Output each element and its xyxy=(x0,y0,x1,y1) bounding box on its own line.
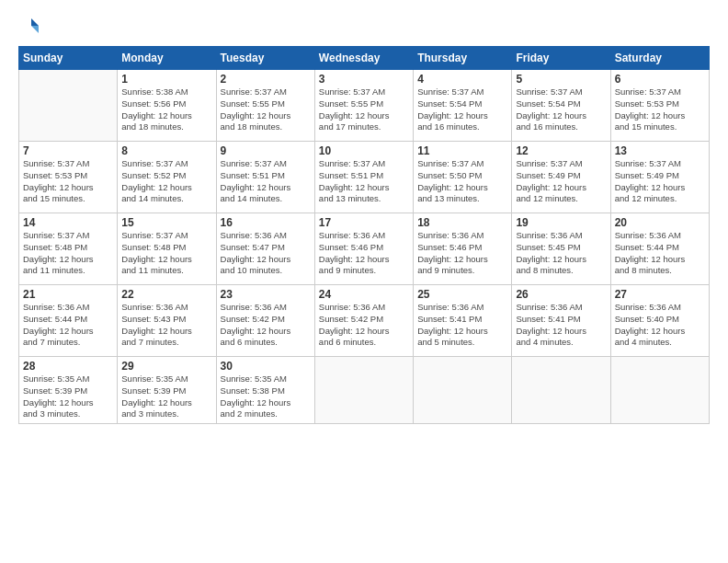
day-info: Sunrise: 5:37 AM Sunset: 5:49 PM Dayligh… xyxy=(615,158,705,205)
day-number: 20 xyxy=(615,216,705,229)
day-number: 11 xyxy=(417,144,507,157)
day-info: Sunrise: 5:37 AM Sunset: 5:54 PM Dayligh… xyxy=(417,86,507,133)
calendar-cell: 24Sunrise: 5:36 AM Sunset: 5:42 PM Dayli… xyxy=(314,285,413,357)
day-info: Sunrise: 5:37 AM Sunset: 5:55 PM Dayligh… xyxy=(221,86,311,133)
day-number: 18 xyxy=(417,216,507,229)
day-number: 10 xyxy=(319,144,409,157)
day-number: 7 xyxy=(23,144,113,157)
calendar-cell: 13Sunrise: 5:37 AM Sunset: 5:49 PM Dayli… xyxy=(610,142,709,213)
calendar-cell xyxy=(610,357,709,424)
day-number: 13 xyxy=(615,144,705,157)
calendar-cell: 17Sunrise: 5:36 AM Sunset: 5:46 PM Dayli… xyxy=(314,213,413,285)
day-info: Sunrise: 5:37 AM Sunset: 5:49 PM Dayligh… xyxy=(516,158,606,205)
day-number: 26 xyxy=(516,288,606,301)
weekday-header-friday: Friday xyxy=(512,47,610,70)
day-info: Sunrise: 5:36 AM Sunset: 5:40 PM Dayligh… xyxy=(615,302,705,349)
header xyxy=(18,15,710,37)
day-number: 4 xyxy=(417,73,507,86)
day-info: Sunrise: 5:36 AM Sunset: 5:44 PM Dayligh… xyxy=(23,302,113,349)
calendar-cell: 7Sunrise: 5:37 AM Sunset: 5:53 PM Daylig… xyxy=(19,142,118,213)
calendar-cell: 29Sunrise: 5:35 AM Sunset: 5:39 PM Dayli… xyxy=(118,357,216,424)
day-number: 24 xyxy=(319,288,409,301)
calendar-cell: 30Sunrise: 5:35 AM Sunset: 5:38 PM Dayli… xyxy=(216,357,314,424)
svg-marker-1 xyxy=(31,26,39,33)
calendar-cell: 18Sunrise: 5:36 AM Sunset: 5:46 PM Dayli… xyxy=(414,213,512,285)
weekday-header-row: SundayMondayTuesdayWednesdayThursdayFrid… xyxy=(19,47,710,70)
day-number: 6 xyxy=(615,73,705,86)
day-number: 8 xyxy=(121,144,211,157)
day-info: Sunrise: 5:36 AM Sunset: 5:45 PM Dayligh… xyxy=(516,230,606,277)
calendar-cell: 10Sunrise: 5:37 AM Sunset: 5:51 PM Dayli… xyxy=(314,142,413,213)
weekday-header-thursday: Thursday xyxy=(414,47,512,70)
day-info: Sunrise: 5:37 AM Sunset: 5:50 PM Dayligh… xyxy=(417,158,507,205)
logo xyxy=(18,15,42,37)
day-number: 9 xyxy=(221,144,311,157)
day-number: 1 xyxy=(121,73,211,86)
calendar-cell xyxy=(512,357,610,424)
day-info: Sunrise: 5:36 AM Sunset: 5:41 PM Dayligh… xyxy=(417,302,507,349)
day-info: Sunrise: 5:37 AM Sunset: 5:54 PM Dayligh… xyxy=(516,86,606,133)
day-info: Sunrise: 5:35 AM Sunset: 5:38 PM Dayligh… xyxy=(221,373,311,420)
day-number: 30 xyxy=(221,360,311,373)
calendar-cell: 6Sunrise: 5:37 AM Sunset: 5:53 PM Daylig… xyxy=(610,70,709,142)
svg-marker-0 xyxy=(31,18,39,26)
calendar-week-row: 14Sunrise: 5:37 AM Sunset: 5:48 PM Dayli… xyxy=(19,213,710,285)
day-number: 2 xyxy=(221,73,311,86)
day-number: 15 xyxy=(121,216,211,229)
weekday-header-sunday: Sunday xyxy=(19,47,118,70)
day-info: Sunrise: 5:36 AM Sunset: 5:46 PM Dayligh… xyxy=(417,230,507,277)
calendar-week-row: 21Sunrise: 5:36 AM Sunset: 5:44 PM Dayli… xyxy=(19,285,710,357)
day-number: 23 xyxy=(221,288,311,301)
day-info: Sunrise: 5:37 AM Sunset: 5:53 PM Dayligh… xyxy=(23,158,113,205)
calendar-table: SundayMondayTuesdayWednesdayThursdayFrid… xyxy=(18,46,710,424)
weekday-header-wednesday: Wednesday xyxy=(314,47,413,70)
calendar-cell: 5Sunrise: 5:37 AM Sunset: 5:54 PM Daylig… xyxy=(512,70,610,142)
day-info: Sunrise: 5:37 AM Sunset: 5:48 PM Dayligh… xyxy=(121,230,211,277)
day-info: Sunrise: 5:36 AM Sunset: 5:42 PM Dayligh… xyxy=(319,302,409,349)
calendar-cell: 20Sunrise: 5:36 AM Sunset: 5:44 PM Dayli… xyxy=(610,213,709,285)
page: SundayMondayTuesdayWednesdayThursdayFrid… xyxy=(0,0,728,563)
calendar-cell: 1Sunrise: 5:38 AM Sunset: 5:56 PM Daylig… xyxy=(118,70,216,142)
day-info: Sunrise: 5:37 AM Sunset: 5:48 PM Dayligh… xyxy=(23,230,113,277)
day-info: Sunrise: 5:37 AM Sunset: 5:51 PM Dayligh… xyxy=(319,158,409,205)
calendar-cell: 25Sunrise: 5:36 AM Sunset: 5:41 PM Dayli… xyxy=(414,285,512,357)
day-info: Sunrise: 5:35 AM Sunset: 5:39 PM Dayligh… xyxy=(23,373,113,420)
day-info: Sunrise: 5:37 AM Sunset: 5:52 PM Dayligh… xyxy=(121,158,211,205)
day-number: 14 xyxy=(23,216,113,229)
day-info: Sunrise: 5:36 AM Sunset: 5:43 PM Dayligh… xyxy=(121,302,211,349)
day-number: 21 xyxy=(23,288,113,301)
calendar-cell xyxy=(314,357,413,424)
calendar-cell: 15Sunrise: 5:37 AM Sunset: 5:48 PM Dayli… xyxy=(118,213,216,285)
day-info: Sunrise: 5:37 AM Sunset: 5:55 PM Dayligh… xyxy=(319,86,409,133)
calendar-cell: 19Sunrise: 5:36 AM Sunset: 5:45 PM Dayli… xyxy=(512,213,610,285)
day-info: Sunrise: 5:36 AM Sunset: 5:47 PM Dayligh… xyxy=(221,230,311,277)
calendar-cell: 26Sunrise: 5:36 AM Sunset: 5:41 PM Dayli… xyxy=(512,285,610,357)
weekday-header-tuesday: Tuesday xyxy=(216,47,314,70)
weekday-header-monday: Monday xyxy=(118,47,216,70)
day-number: 5 xyxy=(516,73,606,86)
day-number: 22 xyxy=(121,288,211,301)
calendar-week-row: 7Sunrise: 5:37 AM Sunset: 5:53 PM Daylig… xyxy=(19,142,710,213)
calendar-cell: 21Sunrise: 5:36 AM Sunset: 5:44 PM Dayli… xyxy=(19,285,118,357)
calendar-cell: 8Sunrise: 5:37 AM Sunset: 5:52 PM Daylig… xyxy=(118,142,216,213)
weekday-header-saturday: Saturday xyxy=(610,47,709,70)
day-number: 17 xyxy=(319,216,409,229)
day-info: Sunrise: 5:36 AM Sunset: 5:41 PM Dayligh… xyxy=(516,302,606,349)
calendar-cell: 3Sunrise: 5:37 AM Sunset: 5:55 PM Daylig… xyxy=(314,70,413,142)
day-number: 16 xyxy=(221,216,311,229)
logo-icon xyxy=(18,15,40,37)
day-number: 19 xyxy=(516,216,606,229)
day-number: 27 xyxy=(615,288,705,301)
calendar-cell: 4Sunrise: 5:37 AM Sunset: 5:54 PM Daylig… xyxy=(414,70,512,142)
day-info: Sunrise: 5:35 AM Sunset: 5:39 PM Dayligh… xyxy=(121,373,211,420)
calendar-cell: 16Sunrise: 5:36 AM Sunset: 5:47 PM Dayli… xyxy=(216,213,314,285)
calendar-cell: 12Sunrise: 5:37 AM Sunset: 5:49 PM Dayli… xyxy=(512,142,610,213)
calendar-cell: 9Sunrise: 5:37 AM Sunset: 5:51 PM Daylig… xyxy=(216,142,314,213)
day-info: Sunrise: 5:36 AM Sunset: 5:42 PM Dayligh… xyxy=(221,302,311,349)
day-info: Sunrise: 5:37 AM Sunset: 5:53 PM Dayligh… xyxy=(615,86,705,133)
calendar-cell: 28Sunrise: 5:35 AM Sunset: 5:39 PM Dayli… xyxy=(19,357,118,424)
calendar-cell xyxy=(19,70,118,142)
calendar-cell xyxy=(414,357,512,424)
calendar-week-row: 1Sunrise: 5:38 AM Sunset: 5:56 PM Daylig… xyxy=(19,70,710,142)
day-info: Sunrise: 5:36 AM Sunset: 5:46 PM Dayligh… xyxy=(319,230,409,277)
